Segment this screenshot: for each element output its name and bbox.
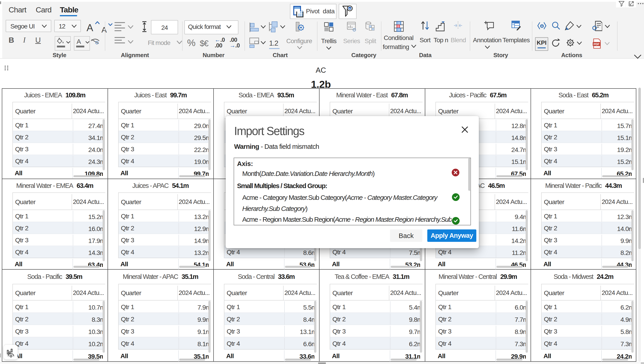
svg-text:PDF: PDF (594, 42, 599, 46)
